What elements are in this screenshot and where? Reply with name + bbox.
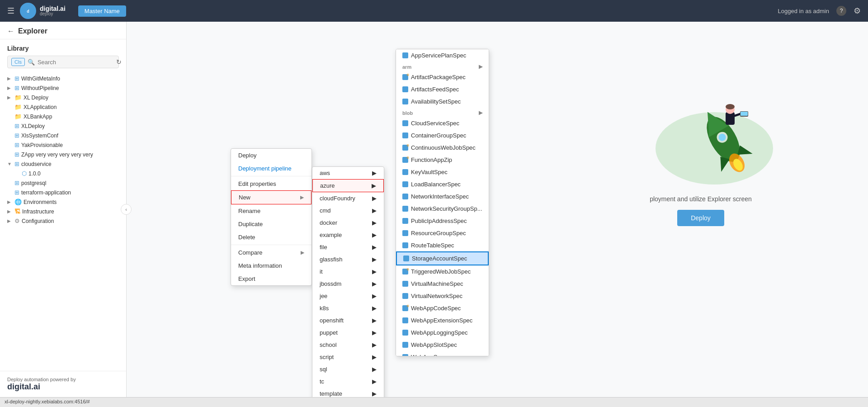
azure-item-appserviceplanspec[interactable]: AppServicePlanSpec [396, 49, 489, 62]
tree-item-cloudservice[interactable]: ▼ ⊞ cloudservice [0, 159, 126, 169]
azure-item-availabilitysetspec[interactable]: AvailabilitySetSpec [396, 95, 489, 108]
context-menu-deploy[interactable]: Deploy [231, 149, 311, 162]
azure-item-resourcegroupspec[interactable]: ResourceGroupSpec [396, 227, 489, 239]
refresh-icon[interactable]: ↻ [116, 58, 122, 66]
submenu-item-jbossdm[interactable]: jbossdm ▶ [312, 278, 384, 290]
azure-item-webappcodespec[interactable]: ⚙ WebAppCodeSpec [396, 302, 489, 314]
tree-container: ▶ ⊞ WithGitMetaInfo ▶ ⊞ WithoutPipeline … [0, 72, 126, 371]
context-menu-new[interactable]: New ▶ [231, 190, 311, 204]
azure-section-blob-label: blob [402, 110, 413, 116]
submenu-item-example[interactable]: example ▶ [312, 229, 384, 241]
hamburger-icon[interactable]: ☰ [7, 6, 14, 16]
azure-item-webappslotspec[interactable]: WebAppSlotSpec [396, 339, 489, 351]
search-input[interactable] [38, 59, 113, 66]
submenu-item-jee[interactable]: jee ▶ [312, 290, 384, 302]
azure-item-virtualnetworkspec[interactable]: VirtualNetworkSpec [396, 290, 489, 302]
context-menu-deploy-label: Deploy [238, 152, 256, 159]
submenu-item-docker[interactable]: docker ▶ [312, 217, 384, 229]
submenu-item-k8s[interactable]: k8s ▶ [312, 302, 384, 314]
tree-item-xldeploy-folder[interactable]: ▶ 📁 XL Deploy [0, 93, 126, 102]
context-menu-deployment-pipeline[interactable]: Deployment pipeline [231, 162, 311, 175]
submenu-item-it[interactable]: it ▶ [312, 265, 384, 278]
tree-item-yakprovisionable[interactable]: ⊞ YakProvisionable [0, 140, 126, 150]
submenu-new: aws ▶ azure ▶ cloudFoundry ▶ cmd ▶ docke… [312, 166, 384, 397]
azure-item-networkinterfacespec[interactable]: NetworkInterfaceSpec [396, 190, 489, 203]
context-menu-export[interactable]: Export [231, 272, 311, 285]
submenu-item-file[interactable]: file ▶ [312, 241, 384, 253]
submenu-item-cmd[interactable]: cmd ▶ [312, 204, 384, 217]
context-menu-duplicate[interactable]: Duplicate [231, 218, 311, 231]
submenu-item-sql[interactable]: sql ▶ [312, 363, 384, 375]
settings-icon[interactable]: ⚙ [854, 6, 861, 16]
tree-item-version[interactable]: ⬡ 1.0.0 [0, 169, 126, 178]
submenu-item-cloudfoundry[interactable]: cloudFoundry ▶ [312, 192, 384, 204]
help-icon[interactable]: ? [836, 6, 846, 16]
tree-item-postgresql[interactable]: ⊞ postgresql [0, 178, 126, 188]
arrow-icon: ▶ [372, 280, 377, 287]
azure-item-artifactsfeedspec[interactable]: ArtifactsFeedSpec [396, 83, 489, 95]
grid-icon: ⊞ [14, 85, 19, 91]
azure-item-webappextensionspec[interactable]: WebAppExtensionSpec [396, 314, 489, 327]
azure-item-webapploggingspec[interactable]: WebAppLoggingSpec [396, 327, 489, 339]
doc-icon [402, 99, 408, 104]
tree-item-zapp[interactable]: ⊞ ZApp very very very very very [0, 150, 126, 159]
azure-item-loadbalancerspec[interactable]: LoadBalancerSpec [396, 178, 489, 190]
tree-item-xlbankapp[interactable]: 📁 XLBankApp [0, 112, 126, 121]
context-menu-edit-properties[interactable]: Edit properties [231, 177, 311, 190]
tree-item-xlapplication[interactable]: 📁 XLApplication [0, 102, 126, 112]
grid-icon: ⊞ [14, 123, 19, 129]
context-menu-delete[interactable]: Delete [231, 231, 311, 244]
doc-icon [402, 242, 408, 248]
azure-section-arm[interactable]: arm ▶ [396, 62, 489, 71]
tree-item-withoutpipeline[interactable]: ▶ ⊞ WithoutPipeline [0, 83, 126, 93]
tree-item-withgitmetainfo[interactable]: ▶ ⊞ WithGitMetaInfo [0, 74, 126, 83]
azure-item-artifactpackagespec[interactable]: ⚙ ArtifactPackageSpec [396, 71, 489, 83]
submenu-item-azure[interactable]: azure ▶ [312, 179, 384, 192]
cube-icon: ⬡ [22, 170, 27, 177]
logged-in-text: Logged in as admin [778, 8, 829, 14]
azure-item-containergroupspec[interactable]: ContainerGroupSpec [396, 129, 489, 142]
collapse-sidebar-button[interactable]: ‹ [121, 204, 132, 215]
azure-item-keyvaultspec[interactable]: KeyVaultSpec [396, 166, 489, 178]
submenu-item-openshift[interactable]: openshift ▶ [312, 314, 384, 327]
azure-section-blob[interactable]: blob ▶ [396, 108, 489, 117]
back-arrow-icon[interactable]: ← [7, 27, 14, 35]
logo-text-area: digital.ai deploy [40, 5, 66, 16]
azure-item-cloudservicespec[interactable]: CloudServiceSpec [396, 117, 489, 129]
submenu-item-tc-label: tc [320, 378, 324, 385]
azure-item-triggeredwebjobspec[interactable]: ⚙ TriggeredWebJobSpec [396, 265, 489, 278]
master-name-button[interactable]: Master Name [78, 5, 126, 17]
azure-item-virtualmachinespec[interactable]: VirtualMachineSpec [396, 278, 489, 290]
submenu-item-tc[interactable]: tc ▶ [312, 375, 384, 388]
context-menu-compare[interactable]: Compare ▶ [231, 246, 311, 259]
azure-item-continuouswebjobspec[interactable]: ⚙ ContinuousWebJobSpec [396, 142, 489, 154]
arrow-icon: ▶ [372, 232, 377, 238]
submenu-item-school[interactable]: school ▶ [312, 339, 384, 351]
context-menu-meta-information[interactable]: Meta information [231, 259, 311, 272]
submenu-item-glassfish[interactable]: glassfish ▶ [312, 253, 384, 265]
azure-item-publicipaddressspec[interactable]: PublicIpAddressSpec [396, 215, 489, 227]
tree-item-xlssystemconf[interactable]: ⊞ XlsSystemConf [0, 131, 126, 140]
azure-item-networksecuritygroupspec[interactable]: NetworkSecurityGroupSp... [396, 203, 489, 215]
azure-item-webappspec[interactable]: WebAppSpec [396, 351, 489, 356]
azure-item-storageaccountspec[interactable]: StorageAccountSpec [396, 251, 489, 265]
tree-item-configuration[interactable]: ▶ ⚙ Configuration [0, 216, 126, 226]
submenu-item-aws[interactable]: aws ▶ [312, 167, 384, 179]
submenu-item-puppet[interactable]: puppet ▶ [312, 327, 384, 339]
tree-item-infrastructure[interactable]: ▶ 🏗 Infrastructure [0, 207, 126, 216]
deploy-button[interactable]: Deploy [677, 210, 724, 226]
cls-badge[interactable]: Cls [11, 58, 25, 66]
context-menu-rename[interactable]: Rename [231, 204, 311, 218]
url-bar: xl-deploy-nightly.xebialabs.com:4516/# [0, 397, 868, 407]
submenu-item-template[interactable]: template ▶ [312, 388, 384, 397]
azure-item-label: ArtifactPackageSpec [411, 74, 466, 80]
tree-item-environments[interactable]: ▶ 🌐 Environments [0, 197, 126, 207]
tree-item-xldeploy[interactable]: ⊞ XLDeploy [0, 121, 126, 131]
arrow-icon: ▶ [372, 182, 376, 189]
tree-item-terraform-app[interactable]: ⊞ terraform-application [0, 188, 126, 197]
context-menu-export-label: Export [238, 275, 255, 282]
azure-item-routetablespec[interactable]: RouteTableSpec [396, 239, 489, 251]
doc-gear-icon: ⚙ [402, 269, 408, 274]
azure-item-functionappzip[interactable]: ⚙ FunctionAppZip [396, 154, 489, 166]
submenu-item-script[interactable]: script ▶ [312, 351, 384, 363]
